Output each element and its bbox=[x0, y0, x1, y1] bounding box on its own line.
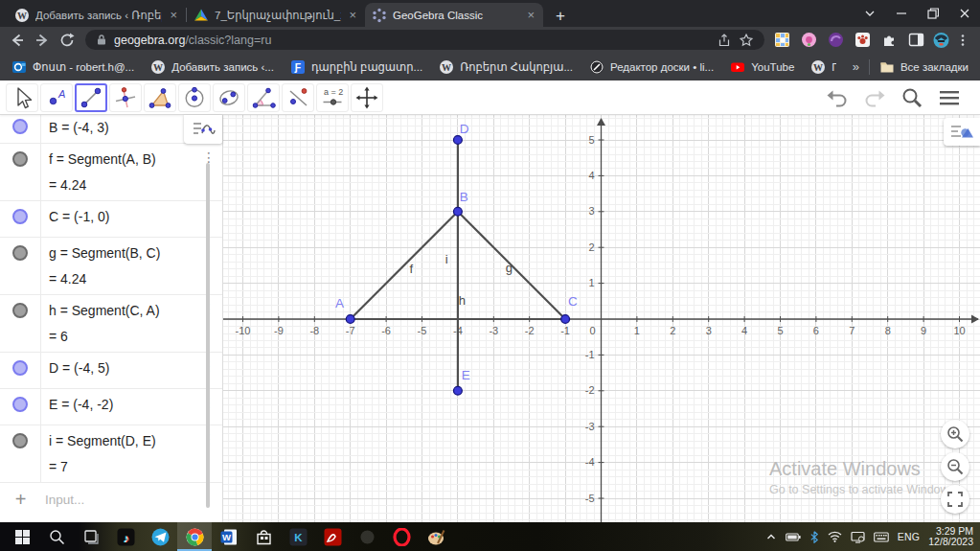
bookmark-item[interactable]: Փոստ - robert.h@... bbox=[11, 59, 134, 75]
paw-extension-icon[interactable] bbox=[855, 32, 871, 48]
taskbar-paint-icon[interactable] bbox=[419, 522, 453, 551]
fullscreen-button[interactable] bbox=[941, 485, 969, 514]
new-tab-button[interactable]: + bbox=[552, 10, 569, 23]
all-bookmarks-button[interactable]: Все закладки bbox=[879, 59, 969, 75]
extensions-puzzle-icon[interactable] bbox=[881, 32, 898, 48]
pink-extension-icon[interactable] bbox=[801, 32, 817, 48]
taskbar-task-view-icon[interactable] bbox=[74, 522, 108, 551]
address-bar[interactable]: geogebra.org/classic?lang=ru bbox=[85, 30, 764, 50]
window-minimize-button[interactable] bbox=[885, 0, 917, 27]
algebra-row[interactable]: f = Segment(A, B)= 4.24⋮ bbox=[0, 144, 222, 201]
geogebra-tools: Aa = 2 bbox=[5, 83, 384, 112]
circle-tool[interactable] bbox=[178, 83, 211, 112]
algebra-definition: g = Segment(B, C) bbox=[49, 245, 218, 262]
redo-button[interactable] bbox=[863, 87, 886, 108]
purple-extension-icon[interactable] bbox=[828, 32, 844, 48]
forward-button[interactable] bbox=[31, 29, 54, 52]
browser-tab[interactable]: GeoGebra Classic× bbox=[365, 3, 543, 27]
bookmark-item[interactable]: WДобавить запись ‹... bbox=[150, 59, 274, 75]
taskbar-acrobat-icon[interactable] bbox=[315, 522, 350, 551]
main-menu-button[interactable] bbox=[938, 86, 961, 109]
visibility-marble[interactable] bbox=[12, 209, 28, 224]
algebra-input[interactable] bbox=[41, 493, 222, 507]
window-chevron-down-icon[interactable] bbox=[854, 0, 885, 27]
bookmark-item[interactable]: WПишите bbox=[810, 59, 835, 75]
taskbar-store-icon[interactable] bbox=[246, 522, 281, 551]
angle-tool[interactable] bbox=[247, 83, 280, 112]
visibility-marble[interactable] bbox=[12, 397, 28, 412]
conic-tool[interactable] bbox=[213, 83, 245, 112]
slider-tool[interactable]: a = 2 bbox=[316, 83, 349, 112]
transform-tool[interactable] bbox=[282, 83, 314, 112]
browser-tab[interactable]: 7_Երկրաչափություն_2.pdf - G× bbox=[187, 3, 365, 27]
share-icon[interactable] bbox=[717, 33, 732, 48]
algebra-style-button[interactable] bbox=[184, 115, 222, 144]
browser-menu-kebab-icon[interactable] bbox=[951, 29, 974, 52]
taskbar-word-icon[interactable]: W bbox=[212, 522, 246, 551]
taskbar-chrome-icon[interactable] bbox=[177, 522, 212, 551]
bookmark-item[interactable]: YouTube bbox=[730, 59, 794, 75]
taskbar-tb-search-icon[interactable] bbox=[39, 522, 74, 551]
monitor-icon[interactable] bbox=[851, 531, 865, 543]
polygon-tool[interactable] bbox=[144, 83, 176, 112]
taskbar-kmplayer-icon[interactable]: K bbox=[281, 522, 315, 551]
graphics-view[interactable]: -10-9-8-7-6-5-4-3-2-112345678910-5-4-3-2… bbox=[223, 115, 980, 522]
taskbar-tray-app-icon[interactable] bbox=[350, 522, 384, 551]
algebra-row[interactable]: h = Segment(C, A)= 6⋮ bbox=[0, 295, 222, 353]
graphics-settings-button[interactable] bbox=[944, 118, 980, 146]
segment-tool[interactable] bbox=[75, 83, 107, 112]
algebra-row[interactable]: g = Segment(B, C)= 4.24⋮ bbox=[0, 238, 222, 295]
bookmark-item[interactable]: Редактор доски • li... bbox=[589, 59, 714, 75]
algebra-row[interactable]: E = (-4, -2)⋮ bbox=[0, 389, 222, 425]
battery-icon[interactable] bbox=[786, 532, 801, 542]
visibility-marble[interactable] bbox=[12, 360, 28, 376]
window-close-button[interactable] bbox=[948, 0, 980, 27]
undo-button[interactable] bbox=[826, 87, 849, 108]
zoom-out-button[interactable] bbox=[941, 452, 969, 481]
visibility-marble[interactable] bbox=[12, 303, 28, 318]
svg-text:6: 6 bbox=[813, 325, 819, 336]
bookmarks-overflow-chevron[interactable]: » bbox=[853, 59, 859, 74]
tab-title: Добавить запись ‹ Ռոբերտ Հա bbox=[35, 9, 162, 22]
visibility-marble[interactable] bbox=[12, 245, 28, 261]
taskbar-start-icon[interactable] bbox=[5, 522, 39, 551]
geogebra-toolbar-actions bbox=[826, 86, 975, 109]
bookmark-item[interactable]: WՌոբերտ Հակոբյա... bbox=[439, 59, 573, 75]
move-tool[interactable] bbox=[6, 83, 38, 112]
bookmark-item[interactable]: Ƒդարբին բացատր... bbox=[290, 59, 422, 75]
algebra-row[interactable]: D = (-4, 5)⋮ bbox=[0, 353, 222, 389]
algebra-row[interactable]: i = Segment(D, E)= 7⋮ bbox=[0, 425, 222, 483]
special-lines-tool[interactable] bbox=[109, 83, 142, 112]
zoom-in-button[interactable] bbox=[941, 420, 969, 448]
back-button[interactable] bbox=[6, 29, 29, 52]
add-input-plus-icon[interactable]: + bbox=[0, 489, 41, 511]
keyboard-icon[interactable] bbox=[874, 532, 889, 542]
side-panel-icon[interactable] bbox=[908, 32, 924, 48]
point-tool[interactable]: A bbox=[40, 83, 73, 112]
window-restore-button[interactable] bbox=[917, 0, 948, 27]
wifi-icon[interactable] bbox=[828, 531, 842, 542]
bookmark-star-icon[interactable] bbox=[739, 33, 754, 48]
tab-close-icon[interactable]: × bbox=[525, 8, 536, 22]
visibility-marble[interactable] bbox=[12, 151, 28, 167]
taskbar-telegram-icon[interactable] bbox=[143, 522, 177, 551]
algebra-row[interactable]: C = (-1, 0)⋮ bbox=[0, 201, 222, 238]
mosaic-extension-icon[interactable] bbox=[774, 32, 790, 48]
search-button[interactable] bbox=[900, 86, 923, 109]
tab-close-icon[interactable]: × bbox=[347, 8, 358, 22]
reload-button[interactable] bbox=[56, 29, 79, 52]
visibility-marble[interactable] bbox=[12, 119, 28, 134]
move-graphics-tool[interactable] bbox=[351, 83, 383, 112]
language-indicator[interactable]: ENG bbox=[898, 531, 921, 542]
tab-close-icon[interactable]: × bbox=[168, 8, 179, 22]
taskbar-opera-icon[interactable] bbox=[384, 522, 419, 551]
profile-avatar[interactable] bbox=[933, 32, 949, 48]
row-menu-kebab-icon[interactable]: ⋮ bbox=[202, 152, 216, 162]
chevron-up-icon[interactable] bbox=[765, 531, 777, 542]
visibility-marble[interactable] bbox=[12, 433, 28, 448]
taskbar-tiktok-icon[interactable]: ♪♪♪ bbox=[108, 522, 143, 551]
bluetooth-icon[interactable] bbox=[809, 531, 819, 543]
algebra-scrollbar[interactable] bbox=[206, 163, 210, 508]
browser-tab[interactable]: WДобавить запись ‹ Ռոբերտ Հա× bbox=[8, 3, 186, 27]
clock[interactable]: 3:29 PM 12/8/2023 bbox=[928, 526, 973, 548]
